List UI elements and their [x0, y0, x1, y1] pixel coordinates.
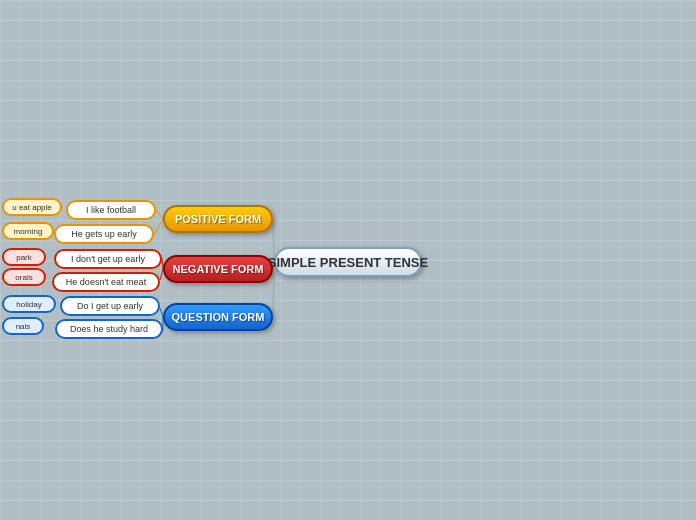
mind-map: SIMPLE PRESENT TENSE POSİTİVE FORM I lik…	[0, 0, 696, 520]
negative-left-1: park	[2, 248, 46, 266]
positive-left-1: u eat apple	[2, 198, 62, 216]
question-form-node[interactable]: QUESTION FORM	[163, 303, 273, 331]
central-node: SIMPLE PRESENT TENSE	[274, 247, 422, 277]
question-example-2: Does he study hard	[55, 319, 163, 339]
negative-example-2: He doesn't eat meat	[52, 272, 160, 292]
svg-line-2	[273, 272, 274, 317]
question-example-1: Do I get up early	[60, 296, 160, 316]
positive-left-2: morning	[2, 222, 54, 240]
svg-line-4	[154, 219, 163, 235]
negative-left-2: orals	[2, 268, 46, 286]
svg-line-3	[156, 210, 163, 219]
positive-form-node[interactable]: POSİTİVE FORM	[163, 205, 273, 233]
negative-form-node[interactable]: NEGATIVE FORM	[163, 255, 273, 283]
question-left-2: nals	[2, 317, 44, 335]
positive-example-2: He gets up early	[54, 224, 154, 244]
positive-example-1: I like football	[66, 200, 156, 220]
negative-example-1: I don't get up early	[54, 249, 162, 269]
question-left-1: holiday	[2, 295, 56, 313]
